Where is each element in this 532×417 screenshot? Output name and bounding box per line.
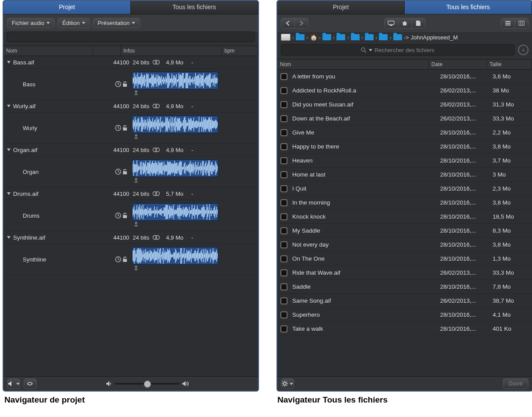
file-row[interactable]: In the morning 28/10/2016,... 3,8 Mo (277, 196, 532, 210)
back-button[interactable] (281, 18, 294, 28)
view-menu[interactable]: Présentation (93, 18, 140, 28)
region-row[interactable]: Wurly (4, 113, 258, 144)
col-date[interactable]: Date (429, 60, 487, 69)
file-name: Take a walk (290, 325, 440, 332)
disclosure-triangle-icon[interactable] (7, 148, 10, 151)
file-icon (277, 185, 290, 192)
column-header: Nom Infos bpm (4, 46, 258, 56)
waveform[interactable] (132, 159, 218, 177)
slider-thumb[interactable] (144, 381, 151, 388)
list-view-button[interactable] (501, 18, 514, 28)
file-list[interactable]: A letter from you 28/10/2016,... 3,6 Mo … (277, 70, 532, 376)
file-icon (277, 297, 290, 304)
folder-icon (379, 34, 388, 40)
file-name: Same Song.aif (290, 297, 440, 304)
file-row[interactable]: My Saddle 28/10/2016,... 8,3 Mo (277, 224, 532, 238)
file-row[interactable]: Drums.aif 4410024 bits 5,7 Mo - (4, 187, 258, 200)
file-row[interactable]: A letter from you 28/10/2016,... 3,6 Mo (277, 70, 532, 84)
add-button[interactable]: + (518, 45, 528, 55)
tab-project[interactable]: Projet (277, 1, 405, 14)
file-size: 3,8 Mo (493, 241, 532, 248)
file-row[interactable]: Did you meet Susan.aif 26/02/2013,... 31… (277, 98, 532, 112)
waveform[interactable] (132, 116, 218, 133)
file-size: 3,7 Mo (493, 157, 532, 164)
computer-button[interactable] (385, 18, 398, 28)
col-bpm[interactable]: bpm (222, 46, 258, 56)
file-size: 4,1 Mo (493, 311, 532, 318)
nav-toolbar (277, 14, 532, 32)
file-date: 26/02/2013,... (440, 297, 493, 304)
col-info[interactable]: Infos (121, 46, 222, 56)
tab-all-files[interactable]: Tous les fichiers (405, 1, 532, 14)
disclosure-triangle-icon[interactable] (7, 192, 10, 195)
disclosure-triangle-icon[interactable] (7, 236, 10, 239)
region-row[interactable]: Organ (4, 156, 258, 187)
project-button[interactable] (411, 18, 425, 28)
waveform[interactable] (132, 247, 218, 265)
file-name: A letter from you (290, 73, 440, 80)
project-file-list[interactable]: Bass.aif 4410024 bits 4,9 Mo -Bass Wurly… (4, 56, 258, 376)
file-size: 38 Mo (493, 87, 532, 94)
forward-button[interactable] (294, 18, 308, 28)
breadcrumb[interactable]: › › 🏠› › › › › › -> JohnAppleseed_M (277, 32, 532, 44)
open-button[interactable]: Ouvrir (503, 378, 528, 389)
file-size: 33,3 Mo (493, 269, 532, 276)
volume-slider[interactable] (106, 381, 189, 387)
file-row[interactable]: Same Song.aif 26/02/2013,... 38,7 Mo (277, 294, 532, 308)
file-row[interactable]: Home at last 28/10/2016,... 3 Mo (277, 168, 532, 182)
folder-icon (393, 34, 402, 40)
file-row[interactable]: Heaven 28/10/2016,... 3,7 Mo (277, 154, 532, 168)
col-name[interactable]: Nom (4, 46, 93, 56)
file-row[interactable]: Addicted to RockNRoll.a 26/02/2013,... 3… (277, 84, 532, 98)
region-row[interactable]: Drums (4, 200, 258, 231)
waveform[interactable] (132, 203, 218, 221)
file-row[interactable]: Take a walk 28/10/2016,... 401 Ko (277, 322, 532, 336)
file-row[interactable]: Happy to be there 28/10/2016,... 3,8 Mo (277, 140, 532, 154)
svg-point-17 (156, 236, 160, 240)
col-size[interactable]: Taille (487, 60, 532, 69)
footer-bar (4, 376, 258, 391)
chevron-down-icon (46, 22, 50, 24)
edit-menu[interactable]: Édition (57, 18, 90, 28)
file-row[interactable]: Wurly.aif 4410024 bits 4,9 Mo - (4, 100, 258, 113)
search-input[interactable] (7, 32, 255, 42)
file-row[interactable]: Knock knock 28/10/2016,... 18,5 Mo (277, 210, 532, 224)
document-icon (416, 20, 421, 26)
file-date: 28/10/2016,... (440, 283, 493, 290)
col-icons[interactable] (93, 46, 121, 56)
col-name[interactable]: Nom (277, 60, 429, 69)
lock-icon (122, 81, 127, 87)
region-row[interactable]: Bass (4, 69, 258, 100)
file-row[interactable]: Not every day 28/10/2016,... 3,8 Mo (277, 238, 532, 252)
action-menu[interactable] (281, 378, 294, 389)
file-row[interactable]: On The One 28/10/2016,... 1,3 Mo (277, 252, 532, 266)
file-name: My Saddle (290, 227, 440, 234)
file-row[interactable]: Superhero 28/10/2016,... 4,1 Mo (277, 308, 532, 322)
audio-file-menu[interactable]: Fichier audio (7, 18, 55, 28)
file-row[interactable]: Bass.aif 4410024 bits 4,9 Mo - (4, 56, 258, 69)
svg-point-1 (156, 60, 160, 64)
chevron-left-icon (286, 21, 290, 26)
waveform[interactable] (132, 72, 218, 89)
disclosure-triangle-icon[interactable] (7, 105, 10, 107)
file-row[interactable]: Down at the Beach.aif 26/02/2013,... 33,… (277, 112, 532, 126)
file-size: 3 Mo (493, 171, 532, 178)
tab-project[interactable]: Projet (4, 1, 131, 14)
home-button[interactable] (398, 18, 411, 28)
file-row[interactable]: Ride that Wave.aif 26/02/2013,... 33,3 M… (277, 266, 532, 280)
file-row[interactable]: Synthline.aif 4410024 bits 4,9 Mo - (4, 231, 258, 244)
tab-all-files[interactable]: Tous les fichiers (131, 1, 258, 14)
disclosure-triangle-icon[interactable] (7, 61, 10, 64)
file-row[interactable]: I Quit 28/10/2016,... 2,3 Mo (277, 182, 532, 196)
chevron-down-icon (369, 49, 372, 51)
file-row[interactable]: Give Me 28/10/2016,... 2,2 Mo (277, 126, 532, 140)
search-input[interactable]: Rechercher des fichiers (281, 44, 514, 56)
loop-button[interactable] (24, 378, 37, 389)
file-row[interactable]: Saddle 28/10/2016,... 7,8 Mo (277, 280, 532, 294)
preview-button[interactable] (7, 378, 20, 389)
file-row[interactable]: Organ.aif 4410024 bits 4,9 Mo - (4, 144, 258, 156)
region-row[interactable]: Synthline (4, 244, 258, 275)
column-view-button[interactable] (514, 18, 528, 28)
file-name: Organ.aif (13, 147, 90, 153)
file-icon (277, 213, 290, 220)
